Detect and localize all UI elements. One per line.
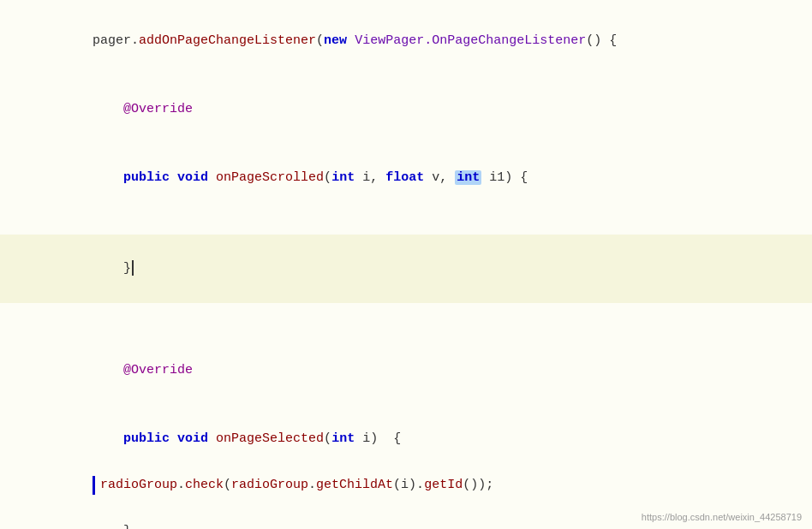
code-token: new (324, 33, 347, 48)
code-token: () (586, 33, 609, 48)
code-token: radioGroup (100, 474, 177, 496)
code-token-highlighted: int (455, 170, 481, 185)
code-token: getId (424, 474, 463, 496)
code-line-7 (0, 320, 812, 336)
code-token: } (123, 524, 131, 529)
code-line-8: @Override (0, 336, 812, 405)
code-token: @Override (123, 363, 193, 377)
code-token: i1) (481, 170, 520, 185)
code-token: check (185, 474, 224, 496)
code-area: pager.addOnPageChangeListener(new ViewPa… (0, 0, 812, 529)
code-token: int (331, 170, 355, 185)
code-token: (i). (393, 474, 424, 496)
code-token: . (308, 474, 316, 496)
code-token: { (393, 431, 401, 446)
code-line-1: pager.addOnPageChangeListener(new ViewPa… (0, 7, 812, 75)
code-token: public (123, 170, 170, 185)
code-token (347, 33, 355, 48)
code-token: i, (355, 170, 385, 185)
code-line-4 (0, 212, 812, 235)
code-token: public (123, 431, 170, 446)
watermark-text: https://blog.csdn.net/weixin_44258719 (642, 512, 802, 522)
code-token: radioGroup (231, 474, 308, 496)
code-token: void (177, 170, 208, 185)
vertical-bar (93, 476, 95, 495)
code-token: ( (316, 33, 324, 48)
code-editor: pager.addOnPageChangeListener(new ViewPa… (0, 0, 812, 529)
code-line-3: public void onPageScrolled(int i, float … (0, 144, 812, 212)
code-line-2: @Override (0, 75, 812, 144)
code-token: ( (324, 170, 331, 185)
code-token: pager. (93, 33, 139, 48)
code-token: float (385, 170, 424, 185)
code-token: @Override (123, 102, 193, 116)
code-token: . (177, 474, 185, 496)
code-line-6 (0, 303, 812, 320)
code-token: int (331, 431, 355, 446)
code-token: ViewPager.OnPageChangeListener (355, 33, 586, 48)
code-line-10: radioGroup.check(radioGroup.getChildAt(i… (0, 473, 812, 497)
code-token: int (457, 170, 480, 185)
code-token: { (520, 170, 528, 185)
code-line-9: public void onPageSelected(int i) { (0, 405, 812, 473)
code-token: onPageSelected (216, 431, 324, 446)
code-token: ( (324, 431, 331, 446)
code-token: i) (355, 431, 393, 446)
code-token (170, 431, 177, 446)
code-token: { (609, 33, 617, 48)
code-token: onPageScrolled (216, 170, 324, 185)
code-token: ()); (463, 474, 493, 496)
code-token: void (177, 431, 208, 446)
code-token (208, 431, 216, 446)
text-cursor (132, 260, 134, 276)
code-token: } (123, 261, 131, 276)
code-line-5: } (0, 235, 812, 303)
code-token: addOnPageChangeListener (139, 33, 316, 48)
code-token (208, 170, 216, 185)
code-token: ( (224, 474, 231, 496)
code-token (170, 170, 177, 185)
code-token: v, (424, 170, 455, 185)
code-token: getChildAt (316, 474, 393, 496)
